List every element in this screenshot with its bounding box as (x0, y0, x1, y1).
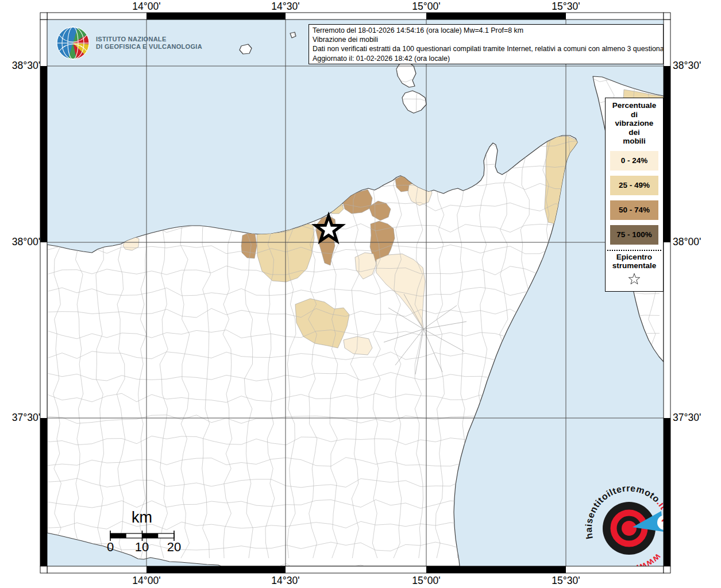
legend-swatch-label: 75 - 100% (616, 230, 652, 239)
event-info-box: Terremoto del 18-01-2026 14:54:16 (ora l… (309, 24, 664, 64)
ingv-logo: ISTITUTO NAZIONALE DI GEOFISICA E VULCAN… (55, 25, 202, 61)
lat-label-right-37-30: 37°30' (673, 412, 713, 424)
legend-swatch-25-49: 25 - 49% (610, 176, 658, 195)
lon-label-top-14-30: 14°30' (260, 1, 311, 13)
hsit-shakemap-page: ? haisentitoilterremoto.it www. (0, 0, 721, 588)
legend-swatch-label: 0 - 24% (621, 156, 648, 165)
lon-label-top-15-00: 15°00' (400, 1, 452, 13)
lon-label-bottom-14-30: 14°30' (260, 575, 311, 587)
legend-separator (607, 250, 661, 251)
legend-title-line: di (606, 110, 663, 119)
map-canvas: ? haisentitoilterremoto.it www. (0, 0, 721, 588)
scale-bar-tick-0: 0 (96, 540, 125, 555)
legend-swatch-75-100: 75 - 100% (610, 225, 658, 245)
legend-swatch-label: 50 - 74% (619, 206, 650, 214)
lon-label-bottom-15-30: 15°30' (540, 575, 592, 587)
event-updated-note: Aggiornato il: 01-02-2026 18:42 (ora loc… (313, 54, 660, 63)
legend-swatch-50-74: 50 - 74% (610, 200, 658, 220)
scale-bar-tick-10: 10 (128, 540, 156, 555)
event-map-type: Vibrazione dei mobili (313, 35, 660, 44)
patch-50-74 (241, 233, 257, 258)
lat-label-right-38-30: 38°30' (673, 60, 713, 72)
lat-label-left-38-30: 38°30' (0, 60, 40, 72)
scale-bar-unit: km (119, 509, 165, 527)
legend-epicenter-line: Epicentro (606, 253, 663, 262)
island-filicudi (240, 44, 252, 54)
lat-label-right-38-00: 38°00' (673, 236, 713, 248)
ingv-name-line1: ISTITUTO NAZIONALE (96, 36, 202, 44)
lat-label-left-37-30: 37°30' (0, 412, 40, 424)
ingv-name-line2: DI GEOFISICA E VULCANOLOGIA (96, 43, 202, 51)
legend-title-line: Percentuale (606, 101, 663, 110)
legend-epicenter-line: strumentale (606, 261, 663, 270)
lon-label-top-14-00: 14°00' (121, 1, 172, 13)
lon-label-bottom-15-00: 15°00' (400, 575, 452, 587)
event-title: Terremoto del 18-01-2026 14:54:16 (ora l… (313, 26, 660, 35)
legend-title-line: mobili (606, 137, 663, 146)
legend: Percentuale di vibrazione dei mobili 0 -… (605, 98, 664, 292)
logo-target-center (622, 521, 637, 536)
lat-label-left-38-00: 38°00' (0, 236, 40, 248)
ingv-globe-icon (55, 25, 91, 61)
legend-swatch-label: 25 - 49% (619, 181, 650, 189)
legend-star-icon (627, 272, 641, 286)
lon-label-top-15-30: 15°30' (540, 1, 592, 13)
lon-label-bottom-14-00: 14°00' (121, 575, 172, 587)
scale-bar-tick-20: 20 (160, 540, 188, 555)
event-data-note: Dati non verificati estratti da 100 ques… (313, 44, 660, 53)
legend-title-line: dei (606, 128, 663, 137)
legend-title-line: vibrazione (606, 119, 663, 128)
legend-swatch-0-24: 0 - 24% (610, 151, 658, 171)
